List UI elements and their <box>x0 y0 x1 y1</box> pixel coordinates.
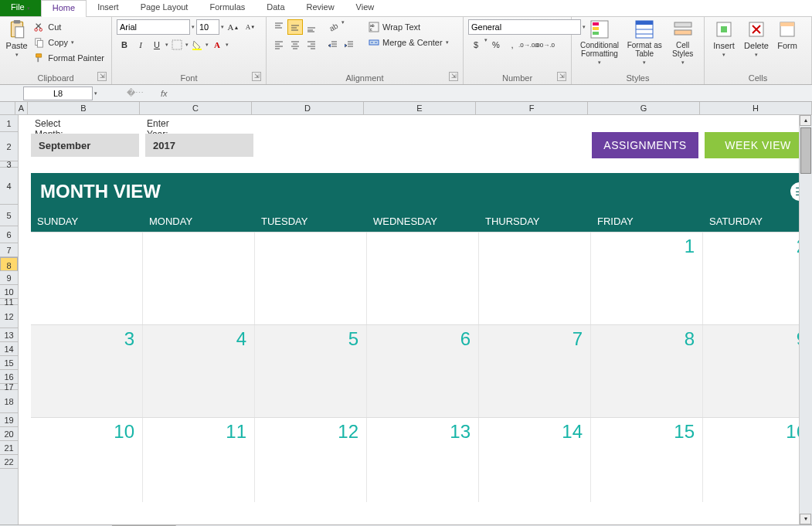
percent-button[interactable]: % <box>488 37 504 53</box>
vertical-scrollbar[interactable]: ▴ ▾ <box>799 115 812 524</box>
col-header-B[interactable]: B <box>28 102 140 114</box>
row-header-19[interactable]: 19 <box>0 413 18 427</box>
format-painter-button[interactable]: Format Painter <box>32 50 107 66</box>
calendar-cell[interactable] <box>255 232 367 324</box>
calendar-cell[interactable] <box>479 232 591 324</box>
align-right-button[interactable] <box>304 37 319 53</box>
align-center-button[interactable] <box>287 37 303 53</box>
number-launcher[interactable]: ⇲ <box>557 72 566 81</box>
calendar-cell[interactable] <box>143 232 255 324</box>
calendar-cell[interactable]: 1 <box>591 232 703 324</box>
conditional-formatting-button[interactable]: Conditional Formatting▾ <box>576 19 623 66</box>
week-view-button[interactable]: WEEK VIEW <box>705 132 799 158</box>
font-launcher[interactable]: ⇲ <box>252 72 261 81</box>
calendar-cell[interactable]: 12 <box>255 418 367 502</box>
align-left-button[interactable] <box>271 37 287 53</box>
shrink-font-button[interactable]: A▼ <box>243 19 258 35</box>
italic-button[interactable]: I <box>133 37 148 53</box>
comma-button[interactable]: , <box>505 37 520 53</box>
currency-button[interactable]: $ <box>468 37 484 53</box>
col-header-E[interactable]: E <box>364 102 476 114</box>
calendar-cell[interactable]: 13 <box>367 418 479 502</box>
col-header-C[interactable]: C <box>140 102 252 114</box>
row-header-17[interactable]: 17 <box>0 384 18 390</box>
calendar-cell[interactable]: 9 <box>703 325 799 417</box>
vertical-thumb[interactable] <box>800 127 811 174</box>
format-cells-button[interactable]: Form <box>774 19 800 50</box>
decrease-decimal-button[interactable]: .00→.0 <box>537 37 552 53</box>
row-header-1[interactable]: 1 <box>0 115 18 132</box>
row-header-20[interactable]: 20 <box>0 427 18 441</box>
alignment-launcher[interactable]: ⇲ <box>449 72 458 81</box>
align-bottom-button[interactable] <box>304 19 319 35</box>
row-header-6[interactable]: 6 <box>0 226 18 243</box>
name-box[interactable] <box>23 87 93 100</box>
grow-font-button[interactable]: A▲ <box>226 19 241 35</box>
tab-page-layout[interactable]: Page Layout <box>130 0 199 16</box>
col-header-A[interactable]: A <box>15 102 28 114</box>
calendar-cell[interactable]: 5 <box>255 325 367 417</box>
row-header-7[interactable]: 7 <box>0 243 18 257</box>
row-header-8[interactable]: 8 <box>0 257 18 271</box>
merge-center-button[interactable]: Merge & Center ▾ <box>366 35 451 50</box>
orientation-button[interactable]: ab <box>325 19 341 35</box>
cell-styles-button[interactable]: Cell Styles▾ <box>666 19 699 66</box>
row-header-3[interactable]: 3 <box>0 161 18 168</box>
col-header-D[interactable]: D <box>252 102 364 114</box>
font-color-button[interactable]: A <box>209 37 225 53</box>
row-header-2[interactable]: 2 <box>0 132 18 161</box>
cut-button[interactable]: Cut <box>32 19 107 35</box>
calendar-cell[interactable]: 7 <box>479 325 591 417</box>
month-input[interactable]: September <box>31 134 139 157</box>
calendar-cell[interactable]: 8 <box>591 325 703 417</box>
row-header-15[interactable]: 15 <box>0 356 18 370</box>
tab-insert[interactable]: Insert <box>87 0 130 16</box>
calendar-cell[interactable]: 15 <box>591 418 703 502</box>
tab-file[interactable]: File ▾ <box>0 0 41 16</box>
tab-view[interactable]: View <box>345 0 386 16</box>
calendar-cell[interactable] <box>31 232 143 324</box>
row-header-12[interactable]: 12 <box>0 305 18 328</box>
col-header-H[interactable]: H <box>700 102 812 114</box>
calendar-cell[interactable]: 4 <box>143 325 255 417</box>
borders-button[interactable] <box>169 37 185 53</box>
calendar-cell[interactable]: 11 <box>143 418 255 502</box>
row-header-4[interactable]: 4 <box>0 168 18 205</box>
calendar-cell[interactable]: 14 <box>479 418 591 502</box>
increase-indent-button[interactable] <box>341 37 357 53</box>
insert-cells-button[interactable]: Insert▾ <box>709 19 739 58</box>
calendar-cell[interactable]: 16 <box>703 418 799 502</box>
wrap-text-button[interactable]: abc Wrap Text <box>366 19 451 35</box>
row-header-13[interactable]: 13 <box>0 328 18 342</box>
row-header-22[interactable]: 22 <box>0 455 18 469</box>
underline-button[interactable]: U <box>149 37 165 53</box>
year-input[interactable]: 2017 <box>145 134 253 157</box>
font-size-select[interactable] <box>196 19 219 35</box>
row-header-14[interactable]: 14 <box>0 342 18 356</box>
fx-icon[interactable]: fx <box>161 89 168 98</box>
calendar-cell[interactable]: 3 <box>31 325 143 417</box>
paste-button[interactable]: Paste ▾ <box>5 19 29 58</box>
calendar-cell[interactable]: 6 <box>367 325 479 417</box>
align-middle-button[interactable] <box>287 19 303 35</box>
row-header-18[interactable]: 18 <box>0 390 18 413</box>
tab-review[interactable]: Review <box>296 0 345 16</box>
number-format-select[interactable] <box>468 19 581 35</box>
format-as-table-button[interactable]: Format as Table▾ <box>626 19 663 66</box>
formula-input[interactable] <box>174 87 812 100</box>
clipboard-launcher[interactable]: ⇲ <box>97 72 107 81</box>
increase-decimal-button[interactable]: .0→.00 <box>521 37 536 53</box>
calendar-cell[interactable]: 2 <box>703 232 799 324</box>
calendar-cell[interactable]: 10 <box>31 418 143 502</box>
cells-area[interactable]: Select Month: Enter Year: September 2017… <box>19 115 799 524</box>
bold-button[interactable]: B <box>117 37 132 53</box>
row-header-11[interactable]: 11 <box>0 299 18 305</box>
row-header-5[interactable]: 5 <box>0 205 18 226</box>
tab-home[interactable]: Home <box>41 0 87 17</box>
col-header-F[interactable]: F <box>476 102 588 114</box>
tab-formulas[interactable]: Formulas <box>199 0 256 16</box>
row-header-9[interactable]: 9 <box>0 271 18 285</box>
fill-color-button[interactable] <box>189 37 205 53</box>
tab-data[interactable]: Data <box>256 0 295 16</box>
font-name-select[interactable] <box>117 19 190 35</box>
